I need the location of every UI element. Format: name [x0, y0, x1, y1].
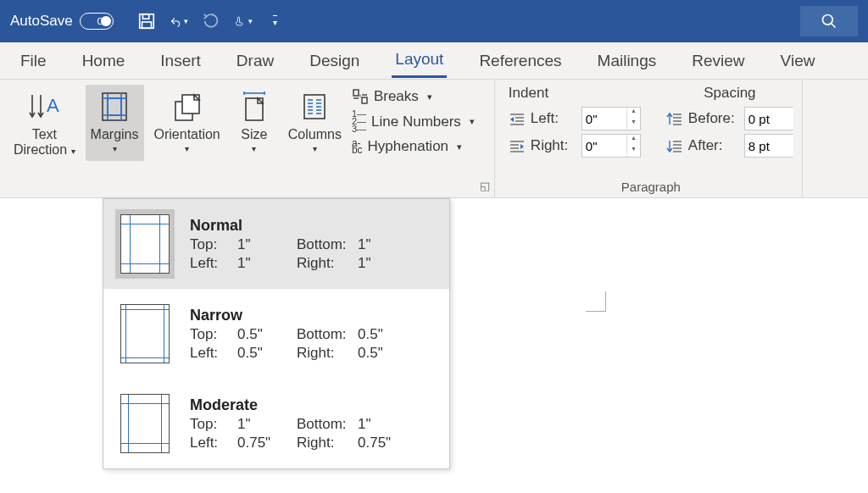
redo-icon[interactable] [202, 12, 220, 30]
indent-left-label: Left: [531, 110, 576, 127]
line-numbers-button[interactable]: 1—2—3— Line Numbers▾ [352, 110, 475, 133]
margins-option-title: Narrow [190, 307, 437, 324]
indent-right-icon [509, 139, 526, 152]
tab-insert[interactable]: Insert [157, 45, 204, 77]
breaks-button[interactable]: Breaks▾ [352, 88, 475, 105]
text-direction-label1: Text [32, 127, 57, 142]
save-icon[interactable] [137, 12, 156, 30]
tab-review[interactable]: Review [688, 45, 748, 77]
size-button[interactable]: Size ▾ [231, 85, 278, 161]
margins-label: Margins [91, 127, 139, 142]
tab-file[interactable]: File [17, 45, 50, 77]
size-icon [236, 88, 273, 125]
svg-rect-9 [108, 98, 121, 115]
margins-option-moderate[interactable]: Moderate Top:Left: 1"0.75" Bottom:Right:… [103, 379, 449, 468]
tab-mailings[interactable]: Mailings [594, 45, 660, 77]
spin-down-icon[interactable]: ▼ [626, 119, 640, 130]
tab-design[interactable]: Design [306, 45, 363, 77]
indent-left-icon [509, 112, 526, 125]
breaks-icon [352, 89, 369, 104]
svg-rect-31 [353, 90, 359, 96]
tab-home[interactable]: Home [79, 45, 129, 77]
line-numbers-icon: 1—2—3— [352, 110, 366, 133]
orientation-button[interactable]: Orientation ▾ [149, 85, 225, 161]
chevron-down-icon: ▾ [470, 116, 475, 127]
spin-down-icon[interactable]: ▼ [626, 146, 640, 157]
spacing-before-label: Before: [688, 110, 739, 127]
tab-references[interactable]: References [476, 45, 565, 77]
line-numbers-label: Line Numbers [371, 114, 461, 130]
svg-rect-20 [304, 95, 325, 119]
autosave-toggle[interactable]: AutoSave Off [10, 13, 114, 30]
chevron-down-icon: ▾ [185, 144, 189, 153]
svg-rect-32 [362, 97, 367, 103]
spin-up-icon[interactable]: ▲ [626, 108, 640, 119]
margins-option-title: Normal [190, 217, 437, 235]
size-label: Size [241, 127, 267, 142]
indent-right-input[interactable]: ▲▼ [581, 134, 641, 158]
toggle-switch[interactable]: Off [80, 13, 114, 30]
customize-qat-icon[interactable]: ▾ [266, 12, 285, 30]
hyphenation-icon: a-bc [352, 140, 363, 153]
columns-button[interactable]: Columns ▾ [283, 85, 347, 161]
indent-right-label: Right: [531, 137, 576, 154]
spacing-header: Spacing [666, 85, 793, 102]
svg-point-3 [823, 15, 833, 25]
columns-label: Columns [288, 127, 342, 142]
chevron-down-icon: ▾ [457, 141, 462, 152]
margins-button[interactable]: Margins ▾ [86, 85, 144, 161]
text-direction-label2: Direction [14, 142, 67, 157]
text-direction-icon: A [25, 88, 63, 125]
indent-left-input[interactable]: ▲▼ [581, 107, 641, 130]
margins-moderate-icon [120, 394, 170, 453]
spacing-before-input[interactable] [744, 107, 793, 130]
margins-option-title: Moderate [190, 396, 437, 414]
undo-icon[interactable]: ▾ [170, 12, 188, 30]
spacing-after-input[interactable] [744, 134, 793, 158]
svg-rect-8 [103, 93, 126, 120]
margins-option-normal[interactable]: Normal Top:Left: 1"1" Bottom:Right: 1"1" [103, 199, 449, 289]
breaks-label: Breaks [374, 88, 419, 105]
spacing-after-label: After: [688, 137, 739, 154]
hyphenation-button[interactable]: a-bc Hyphenation▾ [352, 138, 475, 155]
tab-view[interactable]: View [777, 45, 819, 77]
margins-option-narrow[interactable]: Narrow Top:Left: 0.5"0.5" Bottom:Right: … [103, 289, 449, 379]
chevron-down-icon: ▾ [71, 147, 75, 156]
spacing-before-icon [666, 112, 683, 125]
chevron-down-icon: ▾ [252, 144, 256, 153]
svg-rect-1 [142, 14, 148, 19]
touch-mode-icon[interactable]: ▾ [234, 12, 253, 30]
search-button[interactable] [800, 6, 858, 36]
margins-icon [96, 88, 133, 125]
margins-dropdown-menu: Normal Top:Left: 1"1" Bottom:Right: 1"1"… [103, 198, 450, 469]
orientation-icon [169, 88, 206, 125]
hyphenation-label: Hyphenation [368, 138, 448, 155]
indent-header: Indent [509, 85, 641, 102]
spacing-after-icon [666, 139, 683, 152]
margins-narrow-icon [120, 304, 170, 363]
autosave-label: AutoSave [10, 13, 73, 30]
ribbon: A Text Direction ▾ Margins ▾ [0, 80, 868, 198]
columns-icon [296, 88, 333, 125]
margins-normal-icon [120, 214, 170, 274]
tab-draw[interactable]: Draw [233, 45, 277, 77]
svg-text:A: A [47, 95, 59, 116]
spin-up-icon[interactable]: ▲ [626, 135, 640, 146]
tab-layout[interactable]: Layout [392, 43, 447, 78]
chevron-down-icon: ▾ [313, 144, 317, 153]
svg-rect-2 [142, 22, 151, 28]
svg-line-4 [832, 24, 836, 28]
paragraph-group-title: Paragraph [509, 180, 793, 194]
title-bar: AutoSave Off ▾ ▾ ▾ [0, 0, 868, 42]
page-corner-mark [586, 291, 606, 312]
page-setup-launcher[interactable]: ◱ [480, 180, 490, 192]
document-canvas[interactable] [450, 198, 868, 493]
text-direction-button[interactable]: A Text Direction ▾ [8, 85, 81, 161]
ribbon-tabs: File Home Insert Draw Design Layout Refe… [0, 42, 868, 80]
chevron-down-icon: ▾ [427, 91, 432, 102]
chevron-down-icon: ▾ [113, 144, 117, 153]
orientation-label: Orientation [154, 127, 220, 142]
